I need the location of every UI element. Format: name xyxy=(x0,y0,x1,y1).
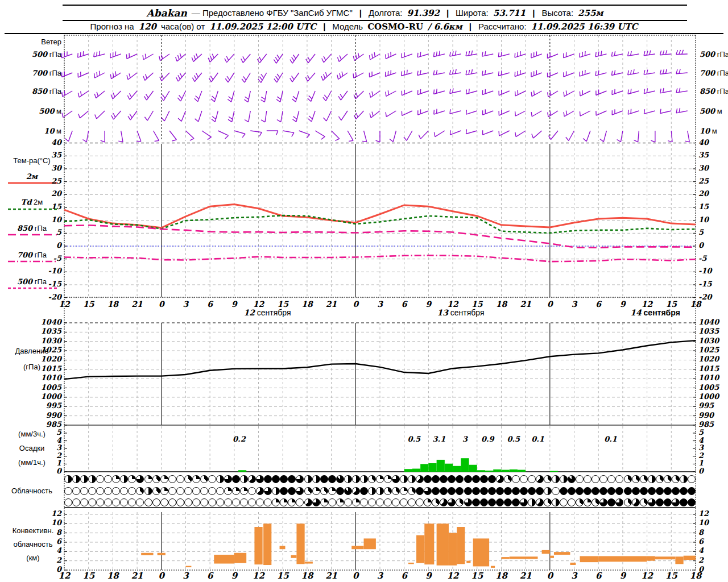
pressure-ytick-left: 1025 xyxy=(36,346,61,354)
cloud-cover-circle xyxy=(376,487,384,495)
cloud-cover-circle xyxy=(304,487,312,495)
cloud-cover-circle xyxy=(344,498,352,506)
wind-level-label-left: 850 гПа xyxy=(11,87,61,95)
cloud-cover-circle xyxy=(368,498,376,506)
cloud-cover-circle xyxy=(384,498,392,506)
cloud-cover-circle xyxy=(640,498,648,506)
wind-level-label-right: 700 гПа xyxy=(700,69,728,77)
cloud-cover-circle xyxy=(360,498,368,506)
cloud-cover-circle xyxy=(488,475,496,483)
wind-level-label-left: 500 м xyxy=(11,107,61,115)
cloud-cover-circle xyxy=(208,498,216,506)
precip-ytick-left: 0 xyxy=(48,467,61,475)
cloud-cover-circle xyxy=(544,498,552,506)
time-tick-label-bottom: 3 xyxy=(565,571,584,581)
cloud-cover-circle xyxy=(184,475,192,483)
time-tick-label-bottom: 15 xyxy=(273,571,292,581)
time-tick-label-bottom: 15 xyxy=(468,571,487,581)
cloud-cover-circle xyxy=(232,487,240,495)
time-tick-label: 3 xyxy=(370,300,390,309)
cloud-cover-circle xyxy=(336,475,344,483)
pressure-ytick-left: 1030 xyxy=(36,336,61,345)
cloud-cover-circle xyxy=(488,487,496,495)
cloud-cover-circle xyxy=(208,487,216,495)
cloud-cover-circle xyxy=(520,475,528,483)
cloud-cover-circle xyxy=(544,487,552,495)
time-tick-label: 12 xyxy=(55,300,74,309)
date-label: 13 сентября xyxy=(427,308,495,317)
cloud-cover-circle xyxy=(360,475,368,483)
cloud-cover-circle xyxy=(640,475,648,483)
cloud-cover-circle xyxy=(152,475,160,483)
temp-ytick-right: 35 xyxy=(698,151,721,159)
cloud-cover-circle xyxy=(464,475,472,483)
time-tick-label: 0 xyxy=(540,300,560,309)
cloud-cover-circle xyxy=(144,498,152,506)
time-tick-label-bottom: 6 xyxy=(395,571,414,581)
time-tick-label: 18 xyxy=(491,300,511,309)
precip-ytick-right: 0 xyxy=(698,467,712,475)
temp-ytick-left: 20 xyxy=(39,189,61,198)
time-tick-label: 0 xyxy=(152,300,171,309)
cloud-cover-circle xyxy=(192,498,200,506)
cloud-cover-circle xyxy=(232,498,240,506)
cloud-cover-circle xyxy=(160,475,168,483)
cloud-cover-circle xyxy=(376,475,384,483)
cloud-cover-circle xyxy=(680,487,688,495)
temp-ytick-left: 0 xyxy=(39,241,61,250)
cloud-cover-circle xyxy=(488,498,496,506)
pressure-ytick-right: 990 xyxy=(698,411,723,419)
cloud-cover-circle xyxy=(664,487,672,495)
cloud-cover-circle xyxy=(72,487,80,495)
cloud-cover-circle xyxy=(632,475,640,483)
cloud-cover-circle xyxy=(64,487,72,495)
pressure-ytick-left: 1040 xyxy=(36,318,61,326)
cloud-cover-circle xyxy=(664,498,672,506)
cloud-cover-circle xyxy=(168,498,176,506)
temp-ytick-right: 5 xyxy=(698,228,721,236)
cloud-cover-circle xyxy=(688,475,696,483)
time-tick-label-bottom: 15 xyxy=(661,571,681,581)
time-tick-label-bottom: 6 xyxy=(200,571,220,581)
time-tick-label: 3 xyxy=(176,300,195,309)
wind-level-label-left: 10 м xyxy=(11,127,61,135)
temp-ytick-left: -5 xyxy=(39,254,61,263)
cloud-cover-circle xyxy=(80,475,88,483)
cloud-cover-circle xyxy=(344,487,352,495)
cloud-cover-circle xyxy=(624,498,632,506)
time-tick-label-bottom: 21 xyxy=(127,571,147,581)
cloud-cover-circle xyxy=(480,498,488,506)
temp-ytick-right: 25 xyxy=(698,177,721,185)
cloud-cover-circle xyxy=(640,487,648,495)
time-tick-label: 18 xyxy=(297,300,317,309)
cloud-cover-circle xyxy=(216,498,224,506)
pressure-ytick-left: 1005 xyxy=(36,383,61,392)
time-tick-label: 9 xyxy=(419,300,438,309)
conv-ytick-left: 2 xyxy=(46,556,61,564)
wind-panel-title: Ветер xyxy=(23,38,61,46)
pressure-ytick-left: 995 xyxy=(36,401,61,410)
cloud-cover-circle xyxy=(512,487,520,495)
temp-ytick-right: 20 xyxy=(698,189,721,198)
temp-ytick-right: -10 xyxy=(698,267,721,275)
cloud-cover-circle xyxy=(320,487,328,495)
cloud-cover-circle xyxy=(312,487,320,495)
cloud-cover-circle xyxy=(200,498,208,506)
pressure-ytick-right: 1030 xyxy=(698,336,723,345)
cloud-cover-circle xyxy=(64,475,72,483)
cloud-cover-circle xyxy=(528,498,536,506)
time-tick-label-bottom: 9 xyxy=(419,571,438,581)
cloud-cover-circle xyxy=(80,498,88,506)
cloud-cover-circle xyxy=(224,487,232,495)
cloud-cover-circle xyxy=(544,475,552,483)
cloud-cover-circle xyxy=(536,487,544,495)
time-tick-label: 6 xyxy=(589,300,608,309)
time-tick-label-bottom: 0 xyxy=(152,571,171,581)
cloud-cover-circle xyxy=(464,498,472,506)
conv-ytick-right: 2 xyxy=(698,556,714,564)
cloud-cover-circle xyxy=(648,498,656,506)
time-tick-label-bottom: 9 xyxy=(613,571,632,581)
temp-ytick-right: -5 xyxy=(698,254,721,263)
pressure-ytick-right: 985 xyxy=(698,420,723,429)
time-tick-label: 15 xyxy=(468,300,487,309)
